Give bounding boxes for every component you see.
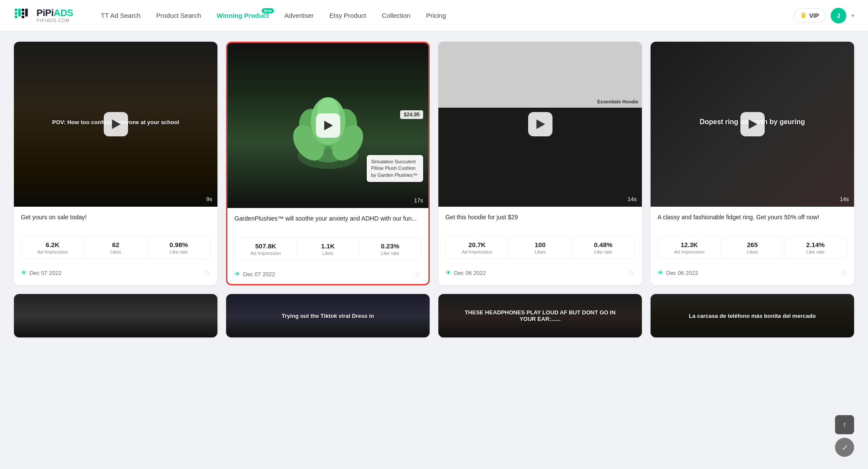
product-tooltip-2: Simulation Succulent Pillow Plush Cushio… — [367, 155, 423, 182]
likerate-value-2: 0.23% — [361, 242, 419, 250]
favorite-icon-3[interactable]: ☆ — [628, 268, 635, 277]
bottom-card-4[interactable]: La carcasa de teléfono más bonita del me… — [651, 294, 854, 337]
impression-label-1: Ad Impression — [23, 249, 82, 254]
play-icon-3 — [536, 119, 545, 129]
likerate-label-1: Like rate — [149, 249, 208, 254]
bottom-card-3[interactable]: THESE HEADPHONES PLAY LOUD AF BUT DONT G… — [438, 294, 642, 337]
svg-rect-4 — [22, 9, 24, 11]
svg-rect-6 — [22, 16, 24, 18]
date-text-2: Dec 07 2022 — [243, 271, 275, 277]
card-thumbnail-1[interactable]: POV: How too confuse everyone at your sc… — [14, 42, 217, 207]
card-title-2: GardenPlushies™ will soothe your anxiety… — [234, 214, 421, 232]
likes-label-3: Likes — [510, 249, 569, 254]
likes-label-4: Likes — [723, 249, 782, 254]
impression-label-3: Ad Impression — [447, 249, 506, 254]
vip-label: VIP — [809, 12, 819, 19]
nav-etsy-product[interactable]: Etsy Product — [322, 8, 373, 23]
play-button-1[interactable] — [104, 112, 128, 136]
likes-label-1: Likes — [86, 249, 145, 254]
card-footer-4: 👁 Dec 06 2022 ☆ — [658, 264, 847, 277]
likes-label-2: Likes — [299, 251, 357, 256]
date-text-1: Dec 07 2022 — [30, 270, 62, 276]
card-thumbnail-4[interactable]: Dopest ring on earth by geuring 14s — [651, 42, 854, 207]
likerate-label-4: Like rate — [786, 249, 845, 254]
svg-rect-1 — [15, 12, 17, 15]
header: PiPiADS PIPIADS.COM TT Ad Search Product… — [0, 0, 868, 31]
likerate-value-3: 0.48% — [574, 241, 633, 248]
logo-name: PiPiADS — [36, 8, 73, 18]
eye-icon-2: 👁 — [234, 271, 240, 277]
eye-icon-1: 👁 — [21, 269, 27, 276]
stat-impression-1: 6.2K Ad Impression — [21, 237, 84, 259]
duration-badge-1: 9s — [206, 196, 212, 202]
likes-value-2: 1.1K — [299, 242, 357, 250]
logo-url: PIPIADS.COM — [36, 19, 73, 23]
play-icon-1 — [112, 119, 121, 129]
main-nav: TT Ad Search Product Search Winning Prod… — [94, 8, 794, 23]
chevron-down-icon[interactable]: ▾ — [852, 13, 854, 19]
bottom-text-3: THESE HEADPHONES PLAY LOUD AF BUT DONT G… — [459, 309, 621, 322]
card-thumbnail-3[interactable]: Essentials Hoodie 14s — [438, 42, 642, 207]
card-footer-1: 👁 Dec 07 2022 ☆ — [21, 264, 210, 277]
card-title-1: Get yours on sale today! — [21, 213, 210, 231]
play-button-2[interactable] — [316, 113, 340, 138]
bottom-card-2[interactable]: Trying out the Tiktok viral Dress in — [226, 294, 430, 337]
svg-rect-5 — [22, 12, 24, 15]
bottom-text-2: Trying out the Tiktok viral Dress in — [247, 313, 409, 319]
bottom-thumb-1 — [14, 294, 217, 337]
favorite-icon-1[interactable]: ☆ — [204, 268, 210, 277]
nav-product-search[interactable]: Product Search — [149, 8, 208, 23]
ad-card-2: $24.95 Simulation Succulent Pillow Plush… — [226, 42, 430, 285]
stat-impression-4: 12.3K Ad Impression — [658, 237, 721, 259]
nav-advertiser[interactable]: Advertiser — [277, 8, 321, 23]
new-badge: New — [262, 8, 274, 13]
nav-winning-product[interactable]: Winning Product New — [210, 8, 276, 23]
stats-row-4: 12.3K Ad Impression 265 Likes 2.14% Like… — [658, 236, 847, 259]
likerate-value-4: 2.14% — [786, 241, 845, 248]
logo-icon — [14, 6, 33, 25]
nav-collection[interactable]: Collection — [375, 8, 418, 23]
logo[interactable]: PiPiADS PIPIADS.COM — [14, 6, 73, 25]
play-icon-4 — [749, 119, 757, 129]
play-button-3[interactable] — [528, 112, 552, 136]
duration-badge-4: 14s — [840, 196, 849, 202]
impression-value-1: 6.2K — [23, 241, 82, 248]
stat-likerate-1: 0.98% Like rate — [148, 237, 210, 259]
nav-tt-ad-search[interactable]: TT Ad Search — [94, 8, 148, 23]
main-content: POV: How too confuse everyone at your sc… — [0, 31, 868, 348]
avatar[interactable]: J — [831, 8, 846, 23]
stat-likerate-2: 0.23% Like rate — [359, 238, 421, 260]
header-right: ♛ VIP J ▾ — [794, 8, 854, 23]
card-body-2: GardenPlushies™ will soothe your anxiety… — [227, 208, 428, 284]
favorite-icon-2[interactable]: ☆ — [414, 269, 421, 279]
card-thumbnail-2[interactable]: $24.95 Simulation Succulent Pillow Plush… — [227, 43, 428, 208]
bottom-card-row: Trying out the Tiktok viral Dress in THE… — [14, 294, 854, 337]
impression-value-2: 507.8K — [237, 242, 295, 250]
card-title-4: A classy and fashionable fidget ring. Ge… — [658, 213, 847, 231]
svg-rect-7 — [25, 9, 28, 17]
stats-row-2: 507.8K Ad Impression 1.1K Likes 0.23% Li… — [234, 238, 421, 261]
likes-value-4: 265 — [723, 241, 782, 248]
date-text-4: Dec 06 2022 — [666, 270, 698, 276]
ad-card-3: Essentials Hoodie 14s Get this hoodie fo… — [438, 42, 642, 285]
logo-text: PiPiADS PIPIADS.COM — [36, 8, 73, 23]
card-footer-2: 👁 Dec 07 2022 ☆ — [234, 266, 421, 279]
bottom-thumb-2: Trying out the Tiktok viral Dress in — [226, 294, 430, 337]
impression-label-4: Ad Impression — [660, 249, 719, 254]
card-body-3: Get this hoodie for just $29 20.7K Ad Im… — [438, 207, 642, 283]
impression-value-4: 12.3K — [660, 241, 719, 248]
bottom-card-1[interactable] — [14, 294, 217, 337]
duration-badge-2: 17s — [414, 197, 423, 204]
nav-pricing[interactable]: Pricing — [419, 8, 453, 23]
date-area-4: 👁 Dec 06 2022 — [658, 269, 698, 276]
stat-likes-2: 1.1K Likes — [297, 238, 359, 260]
svg-rect-0 — [15, 9, 17, 11]
crown-icon: ♛ — [800, 11, 806, 20]
date-text-3: Dec 06 2022 — [454, 270, 486, 276]
svg-rect-2 — [15, 16, 17, 18]
play-button-4[interactable] — [740, 112, 765, 136]
favorite-icon-4[interactable]: ☆ — [840, 268, 847, 277]
vip-button[interactable]: ♛ VIP — [794, 8, 825, 23]
bottom-thumb-4: La carcasa de teléfono más bonita del me… — [651, 294, 854, 337]
ad-card-4: Dopest ring on earth by geuring 14s A cl… — [651, 42, 854, 285]
